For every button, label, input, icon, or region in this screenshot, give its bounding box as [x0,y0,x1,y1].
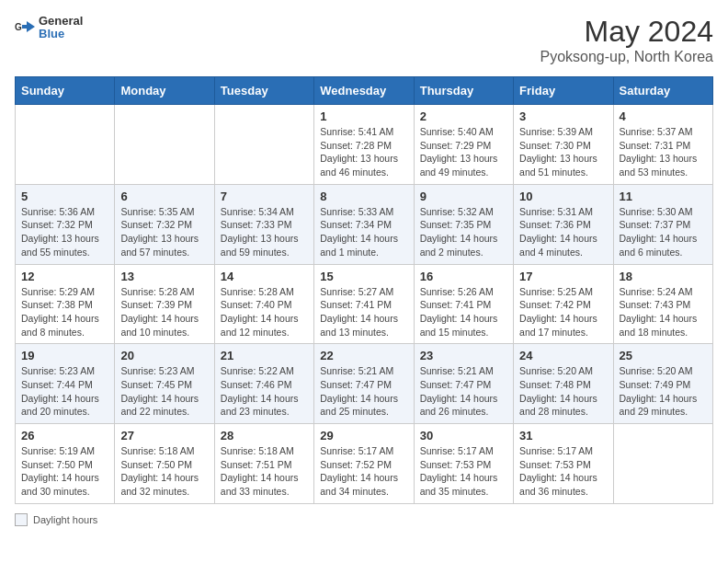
calendar-cell: 29Sunrise: 5:17 AM Sunset: 7:52 PM Dayli… [314,424,414,504]
logo: G General Blue [15,15,83,41]
calendar-cell: 6Sunrise: 5:35 AM Sunset: 7:32 PM Daylig… [115,184,214,264]
day-info: Sunrise: 5:33 AM Sunset: 7:34 PM Dayligh… [320,205,407,259]
calendar-cell: 26Sunrise: 5:19 AM Sunset: 7:50 PM Dayli… [16,424,115,504]
day-number: 4 [620,109,707,123]
calendar-cell: 30Sunrise: 5:17 AM Sunset: 7:53 PM Dayli… [414,424,513,504]
week-row: 26Sunrise: 5:19 AM Sunset: 7:50 PM Dayli… [16,424,713,504]
calendar-cell: 21Sunrise: 5:22 AM Sunset: 7:46 PM Dayli… [214,344,313,424]
calendar-cell: 12Sunrise: 5:29 AM Sunset: 7:38 PM Dayli… [16,264,115,344]
day-info: Sunrise: 5:28 AM Sunset: 7:40 PM Dayligh… [221,285,308,339]
day-info: Sunrise: 5:36 AM Sunset: 7:32 PM Dayligh… [21,205,108,259]
day-info: Sunrise: 5:41 AM Sunset: 7:28 PM Dayligh… [320,125,407,179]
day-number: 29 [320,429,407,442]
calendar-cell: 2Sunrise: 5:40 AM Sunset: 7:29 PM Daylig… [414,105,513,185]
calendar-cell [613,424,712,504]
day-info: Sunrise: 5:35 AM Sunset: 7:32 PM Dayligh… [120,205,208,259]
day-info: Sunrise: 5:26 AM Sunset: 7:41 PM Dayligh… [420,285,507,339]
footer-label: Daylight hours [33,514,97,525]
day-number: 19 [21,349,108,362]
day-info: Sunrise: 5:23 AM Sunset: 7:44 PM Dayligh… [21,364,108,419]
footer: Daylight hours [15,513,713,526]
header-row: SundayMondayTuesdayWednesdayThursdayFrid… [16,77,713,105]
daylight-indicator [15,513,28,526]
calendar-cell [115,105,214,185]
calendar-cell: 22Sunrise: 5:21 AM Sunset: 7:47 PM Dayli… [314,344,414,424]
calendar-cell: 13Sunrise: 5:28 AM Sunset: 7:39 PM Dayli… [115,264,214,344]
day-info: Sunrise: 5:17 AM Sunset: 7:52 PM Dayligh… [320,444,407,499]
week-row: 5Sunrise: 5:36 AM Sunset: 7:32 PM Daylig… [16,184,713,264]
day-number: 20 [120,349,208,362]
day-number: 25 [620,349,707,362]
day-number: 5 [21,190,108,203]
day-info: Sunrise: 5:22 AM Sunset: 7:46 PM Dayligh… [221,364,308,419]
calendar-cell: 19Sunrise: 5:23 AM Sunset: 7:44 PM Dayli… [16,344,115,424]
title-block: May 2024 Pyoksong-up, North Korea [540,15,713,65]
header-cell-friday: Friday [514,77,613,105]
day-number: 12 [21,270,108,283]
logo-icon: G [15,17,35,38]
week-row: 19Sunrise: 5:23 AM Sunset: 7:44 PM Dayli… [16,344,713,424]
calendar-cell: 5Sunrise: 5:36 AM Sunset: 7:32 PM Daylig… [16,184,115,264]
day-number: 16 [420,270,507,283]
day-number: 3 [519,109,607,123]
calendar-cell: 31Sunrise: 5:17 AM Sunset: 7:53 PM Dayli… [514,424,613,504]
calendar-cell: 9Sunrise: 5:32 AM Sunset: 7:35 PM Daylig… [414,184,513,264]
day-info: Sunrise: 5:17 AM Sunset: 7:53 PM Dayligh… [420,444,507,499]
day-number: 31 [519,429,607,442]
calendar-cell: 16Sunrise: 5:26 AM Sunset: 7:41 PM Dayli… [414,264,513,344]
calendar-cell: 24Sunrise: 5:20 AM Sunset: 7:48 PM Dayli… [514,344,613,424]
day-info: Sunrise: 5:40 AM Sunset: 7:29 PM Dayligh… [420,125,507,179]
calendar-cell [16,105,115,185]
logo-blue: Blue [39,28,83,40]
day-number: 6 [120,190,208,203]
calendar-cell: 4Sunrise: 5:37 AM Sunset: 7:31 PM Daylig… [613,105,712,185]
day-info: Sunrise: 5:24 AM Sunset: 7:43 PM Dayligh… [620,285,707,339]
day-number: 26 [21,429,108,442]
page-header: G General Blue May 2024 Pyoksong-up, Nor… [15,15,713,65]
header-cell-wednesday: Wednesday [314,77,414,105]
day-number: 2 [420,109,507,123]
day-number: 23 [420,349,507,362]
day-number: 18 [620,270,707,283]
day-number: 7 [221,190,308,203]
week-row: 1Sunrise: 5:41 AM Sunset: 7:28 PM Daylig… [16,105,713,185]
calendar-cell: 17Sunrise: 5:25 AM Sunset: 7:42 PM Dayli… [514,264,613,344]
day-number: 14 [221,270,308,283]
header-cell-thursday: Thursday [414,77,513,105]
day-info: Sunrise: 5:20 AM Sunset: 7:49 PM Dayligh… [620,364,707,419]
calendar-cell: 18Sunrise: 5:24 AM Sunset: 7:43 PM Dayli… [613,264,712,344]
day-info: Sunrise: 5:21 AM Sunset: 7:47 PM Dayligh… [420,364,507,419]
day-number: 22 [320,349,407,362]
calendar-cell: 7Sunrise: 5:34 AM Sunset: 7:33 PM Daylig… [214,184,313,264]
svg-text:G: G [15,22,22,32]
day-number: 13 [120,270,208,283]
main-title: May 2024 [540,15,713,49]
calendar-cell: 15Sunrise: 5:27 AM Sunset: 7:41 PM Dayli… [314,264,414,344]
calendar-cell: 14Sunrise: 5:28 AM Sunset: 7:40 PM Dayli… [214,264,313,344]
day-info: Sunrise: 5:20 AM Sunset: 7:48 PM Dayligh… [519,364,607,419]
calendar-cell: 11Sunrise: 5:30 AM Sunset: 7:37 PM Dayli… [613,184,712,264]
calendar-cell: 25Sunrise: 5:20 AM Sunset: 7:49 PM Dayli… [613,344,712,424]
day-info: Sunrise: 5:27 AM Sunset: 7:41 PM Dayligh… [320,285,407,339]
day-number: 9 [420,190,507,203]
day-info: Sunrise: 5:18 AM Sunset: 7:50 PM Dayligh… [120,444,208,499]
day-number: 10 [519,190,607,203]
day-number: 8 [320,190,407,203]
calendar-header: SundayMondayTuesdayWednesdayThursdayFrid… [16,77,713,105]
day-info: Sunrise: 5:28 AM Sunset: 7:39 PM Dayligh… [120,285,208,339]
day-info: Sunrise: 5:19 AM Sunset: 7:50 PM Dayligh… [21,444,108,499]
subtitle: Pyoksong-up, North Korea [540,49,713,65]
calendar-cell: 28Sunrise: 5:18 AM Sunset: 7:51 PM Dayli… [214,424,313,504]
calendar-cell: 10Sunrise: 5:31 AM Sunset: 7:36 PM Dayli… [514,184,613,264]
day-info: Sunrise: 5:31 AM Sunset: 7:36 PM Dayligh… [519,205,607,259]
day-info: Sunrise: 5:21 AM Sunset: 7:47 PM Dayligh… [320,364,407,419]
calendar-cell: 1Sunrise: 5:41 AM Sunset: 7:28 PM Daylig… [314,105,414,185]
calendar-cell: 23Sunrise: 5:21 AM Sunset: 7:47 PM Dayli… [414,344,513,424]
day-info: Sunrise: 5:25 AM Sunset: 7:42 PM Dayligh… [519,285,607,339]
day-number: 15 [320,270,407,283]
svg-marker-1 [22,21,35,32]
day-info: Sunrise: 5:34 AM Sunset: 7:33 PM Dayligh… [221,205,308,259]
day-info: Sunrise: 5:30 AM Sunset: 7:37 PM Dayligh… [620,205,707,259]
day-info: Sunrise: 5:18 AM Sunset: 7:51 PM Dayligh… [221,444,308,499]
day-info: Sunrise: 5:39 AM Sunset: 7:30 PM Dayligh… [519,125,607,179]
